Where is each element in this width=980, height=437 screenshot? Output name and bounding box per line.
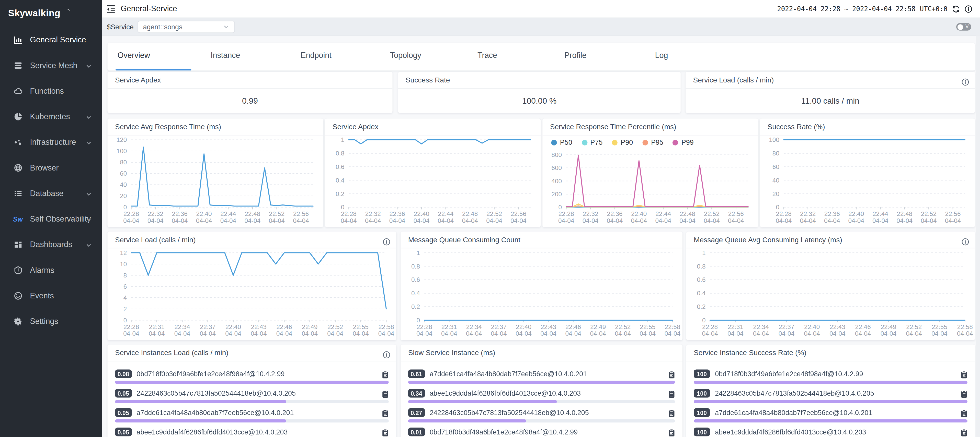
- instance-name[interactable]: abee1c9dddaf4f6286fbf6dfd4013cce@10.4.0.…: [715, 428, 955, 435]
- legend-item-p99[interactable]: P99: [673, 139, 694, 146]
- tab-overview[interactable]: Overview: [118, 43, 150, 69]
- instance-bar-fill: [694, 400, 967, 403]
- instance-name[interactable]: a7dde61ca4fa48a4b80dab7f7eeb56ce@10.4.0.…: [430, 370, 663, 377]
- svg-text:10: 10: [120, 261, 127, 268]
- clipboard-icon[interactable]: [668, 389, 675, 397]
- svg-text:04-04: 04-04: [607, 217, 623, 224]
- line-chart-percentile[interactable]: 020040060080022:2804-0422:3204-0422:3604…: [544, 150, 757, 226]
- tab-profile[interactable]: Profile: [565, 43, 587, 69]
- legend-item-p90[interactable]: P90: [612, 139, 633, 146]
- svg-text:04-04: 04-04: [728, 217, 744, 224]
- instance-name[interactable]: abee1c9dddaf4f6286fbf6dfd4013cce@10.4.0.…: [430, 390, 663, 397]
- svg-text:4: 4: [124, 294, 127, 301]
- svg-text:22:32: 22:32: [148, 211, 163, 217]
- instance-name[interactable]: 0bd718f0b3df49a6bfe1e2ce48f98a4f@10.4.2.…: [715, 370, 955, 377]
- instance-name[interactable]: 24228463c05b47c7813fa502544418eb@10.4.0.…: [430, 409, 663, 416]
- chart-icon: [13, 35, 22, 44]
- legend-item-p50[interactable]: P50: [551, 139, 572, 146]
- svg-text:04-04: 04-04: [466, 330, 482, 337]
- sidebar-item-events[interactable]: Events: [0, 283, 102, 308]
- info-icon[interactable]: [382, 235, 391, 244]
- instance-name[interactable]: 24228463c05b47c7813fa502544418eb@10.4.0.…: [715, 390, 955, 397]
- line-chart-avg-response-time[interactable]: 02040608010012022:2804-0422:3204-0422:36…: [109, 135, 322, 226]
- line-chart-mq-consuming-count[interactable]: 00.20.40.60.8122:2804-0422:3104-0422:340…: [402, 248, 681, 339]
- sidebar-item-kubernetes[interactable]: Kubernetes: [0, 104, 102, 129]
- instance-name[interactable]: 0bd718f0b3df49a6bfe1e2ce48f98a4f@10.4.2.…: [430, 428, 663, 435]
- clipboard-icon[interactable]: [382, 428, 389, 436]
- tab-topology[interactable]: Topology: [390, 43, 421, 69]
- sidebar-item-alarms[interactable]: Alarms: [0, 257, 102, 283]
- tab-trace[interactable]: Trace: [477, 43, 497, 69]
- sidebar-item-general-service[interactable]: General Service: [0, 27, 102, 52]
- line-chart-service-load[interactable]: 02468101222:2804-0422:3104-0422:3404-042…: [109, 248, 395, 339]
- sidebar-item-settings[interactable]: Settings: [0, 308, 102, 334]
- refresh-icon[interactable]: [952, 5, 960, 13]
- sidebar-item-functions[interactable]: Functions: [0, 78, 102, 104]
- svg-text:22:31: 22:31: [441, 323, 457, 330]
- svg-text:22:37: 22:37: [200, 323, 215, 330]
- service-select[interactable]: agent::songs: [137, 21, 235, 33]
- sidebar-item-browser[interactable]: Browser: [0, 155, 102, 180]
- clipboard-icon[interactable]: [961, 370, 967, 378]
- instance-value-badge: 100: [694, 389, 710, 397]
- instance-row: 0.61a7dde61ca4fa48a4b80dab7f7eeb56ce@10.…: [408, 369, 675, 384]
- info-icon[interactable]: [961, 76, 969, 84]
- dashboard-tabs: OverviewInstanceEndpointTopologyTracePro…: [108, 43, 975, 71]
- collapse-sidebar-icon[interactable]: [107, 4, 116, 13]
- svg-text:04-04: 04-04: [276, 330, 293, 337]
- clipboard-icon[interactable]: [961, 428, 967, 436]
- info-icon[interactable]: [382, 348, 391, 356]
- tab-instance[interactable]: Instance: [211, 43, 240, 69]
- instance-bar-fill: [115, 400, 286, 403]
- svg-text:22:48: 22:48: [897, 211, 912, 217]
- chevron-down-icon: [86, 241, 92, 247]
- svg-text:04-04: 04-04: [245, 217, 261, 224]
- info-icon[interactable]: [964, 5, 973, 13]
- sidebar-item-self-observability[interactable]: SwSelf Observability: [0, 206, 102, 231]
- svg-text:22:56: 22:56: [293, 211, 309, 217]
- clipboard-icon[interactable]: [668, 428, 675, 436]
- sidebar-item-database[interactable]: Database: [0, 180, 102, 206]
- clipboard-icon[interactable]: [961, 389, 967, 397]
- app-logo[interactable]: Skywalking: [0, 0, 102, 22]
- instance-bar-fill: [408, 420, 527, 423]
- sidebar-item-dashboards[interactable]: Dashboards: [0, 231, 102, 257]
- tab-log[interactable]: Log: [655, 43, 668, 69]
- instance-name[interactable]: 0bd718f0b3df49a6bfe1e2ce48f98a4f@10.4.2.…: [137, 370, 377, 377]
- clipboard-icon[interactable]: [382, 408, 389, 416]
- clipboard-icon[interactable]: [961, 408, 967, 416]
- svg-text:22:48: 22:48: [245, 211, 260, 217]
- instance-name[interactable]: a7dde61ca4fa48a4b80dab7f7eeb56ce@10.4.0.…: [137, 409, 377, 416]
- list-card-instance-success-rate: Service Instance Success Rate (%) 1000bd…: [686, 345, 975, 437]
- instance-row: 0.080bd718f0b3df49a6bfe1e2ce48f98a4f@10.…: [115, 369, 389, 384]
- clipboard-icon[interactable]: [668, 370, 675, 378]
- clipboard-icon[interactable]: [382, 370, 389, 378]
- svg-text:04-04: 04-04: [416, 330, 433, 337]
- time-range[interactable]: 2022-04-04 22:28 ~ 2022-04-04 22:58: [777, 5, 915, 13]
- info-icon[interactable]: [961, 235, 969, 244]
- metric-card-value: 0.99: [108, 88, 393, 113]
- scrollbar[interactable]: [976, 35, 980, 437]
- legend-item-p75[interactable]: P75: [582, 139, 603, 146]
- view-toggle[interactable]: V: [956, 23, 971, 30]
- line-chart-mq-avg-latency[interactable]: 00.20.40.60.8122:2804-0422:3104-0422:340…: [687, 248, 974, 339]
- timezone[interactable]: UTC+0:0: [920, 5, 948, 13]
- svg-text:0.4: 0.4: [697, 290, 706, 297]
- clipboard-icon[interactable]: [382, 389, 389, 397]
- instance-name[interactable]: abee1c9dddaf4f6286fbf6dfd4013cce@10.4.0.…: [137, 428, 377, 435]
- tab-endpoint[interactable]: Endpoint: [301, 43, 331, 69]
- line-chart-success-rate[interactable]: 02040608010022:2804-0422:3204-0422:3604-…: [761, 135, 974, 226]
- svg-text:04-04: 04-04: [640, 330, 656, 337]
- instance-name[interactable]: a7dde61ca4fa48a4b80dab7f7eeb56ce@10.4.0.…: [715, 409, 955, 416]
- svg-text:04-04: 04-04: [897, 217, 913, 224]
- svg-text:22:58: 22:58: [957, 323, 973, 330]
- clipboard-icon[interactable]: [668, 408, 675, 416]
- legend-item-p95[interactable]: P95: [642, 139, 663, 146]
- svg-text:04-04: 04-04: [269, 217, 285, 224]
- sidebar-item-service-mesh[interactable]: Service Mesh: [0, 52, 102, 78]
- line-chart-service-apdex[interactable]: 00.20.40.60.8122:2804-0422:3204-0422:360…: [326, 135, 539, 226]
- sidebar-item-infrastructure[interactable]: Infrastructure: [0, 129, 102, 155]
- svg-text:22:56: 22:56: [945, 211, 961, 217]
- instance-name[interactable]: 24228463c05b47c7813fa502544418eb@10.4.0.…: [137, 390, 377, 397]
- instance-list: 1000bd718f0b3df49a6bfe1e2ce48f98a4f@10.4…: [694, 361, 967, 437]
